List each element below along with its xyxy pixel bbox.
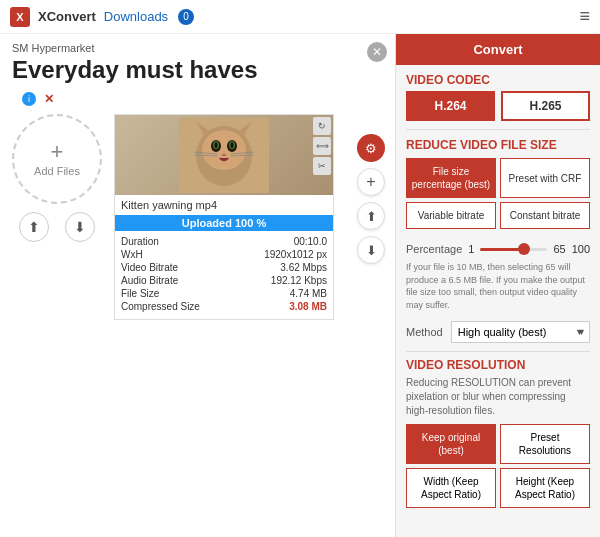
slider-track — [480, 248, 547, 251]
cat-thumbnail — [179, 118, 269, 193]
right-panel: Convert VIDEO CODEC H.264 H.265 REDUCE V… — [395, 34, 600, 537]
wxh-value: 1920x1012 px — [264, 249, 327, 260]
reduce-options: File size percentage (best) Preset with … — [396, 158, 600, 237]
logo-icon: X — [10, 7, 30, 27]
app-name: XConvert — [38, 9, 96, 24]
hamburger-icon[interactable]: ≡ — [579, 6, 590, 27]
codec-h264-btn[interactable]: H.264 — [406, 91, 495, 121]
meta-compressed-size: Compressed Size 3.08 MB — [121, 300, 327, 313]
slider-min: 1 — [468, 243, 474, 255]
codec-options: H.264 H.265 — [396, 91, 600, 129]
video-bitrate-label: Video Bitrate — [121, 262, 178, 273]
rotate-btn[interactable]: ↻ — [313, 117, 331, 135]
resolution-title: VIDEO RESOLUTION — [396, 352, 600, 376]
dismiss-icon[interactable]: ✕ — [44, 92, 54, 106]
resolution-options: Keep original (best) Preset Resolutions … — [396, 424, 600, 512]
info-icon[interactable]: i — [22, 92, 36, 106]
svg-point-2 — [202, 130, 246, 170]
add-float-btn[interactable]: + — [357, 168, 385, 196]
add-files-label: Add Files — [34, 165, 80, 177]
reduce-title: REDUCE VIDEO FILE SIZE — [396, 130, 600, 158]
percentage-hint: If your file is 10 MB, then selecting 65… — [396, 259, 600, 317]
percentage-row: Percentage 1 65 100 — [396, 237, 600, 259]
upload-icon-btn[interactable]: ⬆ — [19, 212, 49, 242]
close-button[interactable]: ✕ — [367, 42, 387, 62]
method-row: Method High quality (best) Standard qual… — [396, 317, 600, 351]
trim-btn[interactable]: ✂ — [313, 157, 331, 175]
compressed-value: 3.08 MB — [289, 301, 327, 312]
file-size-value: 4.74 MB — [290, 288, 327, 299]
res-opt-2[interactable]: Width (Keep Aspect Ratio) — [406, 468, 496, 508]
res-opt-0[interactable]: Keep original (best) — [406, 424, 496, 464]
file-name: Kitten yawning mp4 — [115, 195, 333, 215]
file-meta: Duration 00:10.0 WxH 1920x1012 px Video … — [115, 235, 333, 319]
meta-file-size: File Size 4.74 MB — [121, 287, 327, 300]
left-panel: ✕ SM Hypermarket Everyday must haves i ✕… — [0, 34, 395, 537]
reduce-opt-1[interactable]: Preset with CRF — [500, 158, 590, 198]
method-select-wrap: High quality (best) Standard quality Low… — [451, 321, 590, 343]
download-float-btn[interactable]: ⬇ — [357, 236, 385, 264]
convert-button[interactable]: Convert — [396, 34, 600, 65]
svg-point-9 — [215, 142, 218, 148]
float-buttons: ⚙ + ⬆ ⬇ — [357, 134, 385, 264]
file-card: ↻ ⟺ ✂ Kitten yawning mp4 Uploaded 100 % … — [114, 114, 334, 320]
duration-value: 00:10.0 — [294, 236, 327, 247]
reduce-opt-0[interactable]: File size percentage (best) — [406, 158, 496, 198]
meta-wxh: WxH 1920x1012 px — [121, 248, 327, 261]
meta-duration: Duration 00:10.0 — [121, 235, 327, 248]
file-controls: ↻ ⟺ ✂ — [313, 117, 331, 175]
audio-bitrate-value: 192.12 Kbps — [271, 275, 327, 286]
meta-video-bitrate: Video Bitrate 3.62 Mbps — [121, 261, 327, 274]
add-files-button[interactable]: + Add Files — [12, 114, 102, 204]
percentage-slider[interactable] — [480, 241, 547, 257]
res-opt-1[interactable]: Preset Resolutions — [500, 424, 590, 464]
site-name: SM Hypermarket — [0, 34, 395, 54]
header-left: X XConvert Downloads 0 — [10, 7, 194, 27]
resolution-hint: Reducing RESOLUTION can prevent pixelati… — [396, 376, 600, 424]
plus-icon: + — [51, 141, 64, 163]
flip-btn[interactable]: ⟺ — [313, 137, 331, 155]
slider-thumb[interactable] — [518, 243, 530, 255]
download-icon-btn[interactable]: ⬇ — [65, 212, 95, 242]
settings-float-btn[interactable]: ⚙ — [357, 134, 385, 162]
audio-bitrate-label: Audio Bitrate — [121, 275, 178, 286]
main-content: ✕ SM Hypermarket Everyday must haves i ✕… — [0, 34, 600, 537]
percentage-label: Percentage — [406, 243, 462, 255]
wxh-label: WxH — [121, 249, 143, 260]
upload-float-btn[interactable]: ⬆ — [357, 202, 385, 230]
reduce-opt-2[interactable]: Variable bitrate — [406, 202, 496, 229]
duration-label: Duration — [121, 236, 159, 247]
app-header: X XConvert Downloads 0 ≡ — [0, 0, 600, 34]
meta-audio-bitrate: Audio Bitrate 192.12 Kbps — [121, 274, 327, 287]
downloads-link[interactable]: Downloads — [104, 9, 168, 24]
reduce-opt-3[interactable]: Constant bitrate — [500, 202, 590, 229]
file-size-label: File Size — [121, 288, 159, 299]
file-thumbnail: ↻ ⟺ ✂ — [115, 115, 333, 195]
video-codec-title: VIDEO CODEC — [396, 65, 600, 91]
slider-val: 65 — [553, 243, 565, 255]
slider-max: 100 — [572, 243, 590, 255]
downloads-badge: 0 — [178, 9, 194, 25]
svg-point-10 — [231, 142, 234, 148]
res-opt-3[interactable]: Height (Keep Aspect Ratio) — [500, 468, 590, 508]
compressed-label: Compressed Size — [121, 301, 200, 312]
method-select[interactable]: High quality (best) Standard quality Low… — [451, 321, 590, 343]
page-title: Everyday must haves — [0, 54, 395, 92]
method-label: Method — [406, 326, 443, 338]
video-bitrate-value: 3.62 Mbps — [280, 262, 327, 273]
codec-h265-btn[interactable]: H.265 — [501, 91, 590, 121]
upload-progress: Uploaded 100 % — [115, 215, 333, 231]
file-area: + Add Files ⬆ ⬇ — [0, 110, 395, 328]
